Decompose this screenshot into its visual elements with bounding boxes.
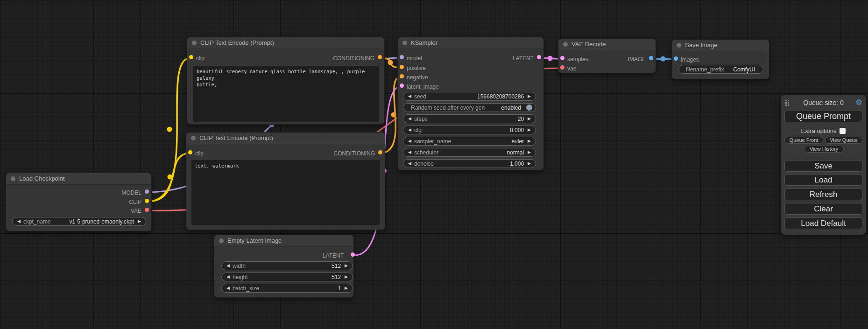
- model-input-dot[interactable]: [400, 55, 404, 59]
- decrement-arrow-icon[interactable]: ◀: [407, 114, 413, 123]
- clip-input-dot[interactable]: [188, 150, 192, 154]
- decrement-arrow-icon[interactable]: ◀: [225, 284, 231, 293]
- load-button[interactable]: Load: [784, 174, 862, 186]
- latent-output-dot[interactable]: [351, 252, 355, 257]
- collapse-dot-icon[interactable]: [191, 136, 196, 140]
- increment-arrow-icon[interactable]: ▶: [343, 284, 349, 293]
- node-title-bar[interactable]: VAE Decode: [558, 39, 656, 50]
- images-input-dot[interactable]: [674, 56, 678, 61]
- decrement-arrow-icon[interactable]: ◀: [407, 92, 413, 101]
- image-output-dot[interactable]: [649, 56, 653, 60]
- node-load-checkpoint[interactable]: Load Checkpoint MODEL CLIP VAE ◀ ckpt_na…: [6, 173, 152, 231]
- samples-input-dot[interactable]: [560, 56, 565, 60]
- widget-value: euler: [511, 138, 526, 145]
- decrement-arrow-icon[interactable]: ◀: [225, 261, 231, 270]
- decrement-arrow-icon[interactable]: ◀: [225, 273, 231, 281]
- node-title-bar[interactable]: CLIP Text Encode (Prompt): [186, 133, 385, 144]
- decrement-arrow-icon[interactable]: ◀: [407, 137, 413, 146]
- node-title-bar[interactable]: Empty Latent Image: [214, 235, 353, 247]
- extra-options-checkbox[interactable]: [840, 128, 846, 134]
- node-empty-latent-image[interactable]: Empty Latent Image LATENT ◀ width 512 ▶ …: [214, 235, 354, 298]
- decrement-arrow-icon[interactable]: ◀: [16, 217, 22, 226]
- decrement-arrow-icon[interactable]: ◀: [407, 148, 413, 157]
- clip-input-dot[interactable]: [189, 55, 193, 59]
- widget-label: seed: [413, 93, 426, 100]
- prompt-textarea[interactable]: text, watermark: [191, 160, 380, 225]
- conditioning-output-dot[interactable]: [378, 55, 382, 59]
- increment-arrow-icon[interactable]: ▶: [526, 126, 532, 134]
- steps-widget[interactable]: ◀ steps 20 ▶: [403, 114, 536, 123]
- increment-arrow-icon[interactable]: ▶: [343, 261, 349, 270]
- increment-arrow-icon[interactable]: ▶: [526, 159, 532, 168]
- widget-value: 156680208700286: [477, 93, 526, 100]
- input-slot-vae: vae: [558, 65, 656, 72]
- latent-image-input-dot[interactable]: [400, 84, 404, 88]
- queue-prompt-button[interactable]: Queue Prompt: [784, 111, 862, 122]
- node-title-bar[interactable]: KSampler: [398, 37, 543, 49]
- collapse-dot-icon[interactable]: [402, 41, 407, 45]
- vae-output-dot[interactable]: [145, 208, 149, 212]
- slot-label: MODEL: [121, 189, 141, 196]
- negative-input-dot[interactable]: [400, 74, 404, 78]
- clip-output-dot[interactable]: [145, 199, 149, 203]
- gear-icon[interactable]: ⚙: [855, 98, 862, 107]
- cfg-widget[interactable]: ◀ cfg 8.000 ▶: [403, 126, 536, 134]
- increment-arrow-icon[interactable]: ▶: [526, 114, 532, 123]
- slot-label: CLIP: [129, 199, 141, 205]
- conditioning-output-dot[interactable]: [378, 150, 382, 154]
- input-slot-model: model LATENT: [398, 55, 543, 62]
- extra-options-label: Extra options: [801, 127, 837, 134]
- filename-prefix-widget[interactable]: filename_prefix ComfyUI: [678, 65, 763, 74]
- seed-widget[interactable]: ◀ seed 156680208700286 ▶: [403, 92, 536, 101]
- decrement-arrow-icon[interactable]: ◀: [407, 159, 413, 168]
- view-queue-button[interactable]: View Queue: [825, 137, 862, 144]
- ckpt-name-widget[interactable]: ◀ ckpt_name v1-5-pruned-emaonly.ckpt ▶: [12, 217, 146, 226]
- random-seed-toggle-widget[interactable]: Random seed after every gen enabled: [403, 103, 536, 112]
- node-vae-decode[interactable]: VAE Decode samples IMAGE vae: [558, 38, 656, 73]
- increment-arrow-icon[interactable]: ▶: [526, 92, 532, 101]
- positive-input-dot[interactable]: [400, 65, 404, 69]
- node-title-bar[interactable]: Save Image: [672, 40, 769, 51]
- node-title-bar[interactable]: CLIP Text Encode (Prompt): [187, 37, 384, 49]
- widget-label: cfg: [413, 127, 422, 133]
- collapse-dot-icon[interactable]: [219, 238, 224, 243]
- sampler-name-widget[interactable]: ◀ sampler_name euler ▶: [403, 137, 536, 146]
- input-slot-clip: clip CONDITIONING: [187, 55, 384, 62]
- node-clip-text-encode-positive[interactable]: CLIP Text Encode (Prompt) clip CONDITION…: [187, 37, 385, 125]
- increment-arrow-icon[interactable]: ▶: [343, 273, 349, 281]
- increment-arrow-icon[interactable]: ▶: [526, 137, 532, 146]
- refresh-button[interactable]: Refresh: [784, 189, 862, 200]
- latent-output-dot[interactable]: [537, 55, 541, 59]
- node-save-image[interactable]: Save Image images filename_prefix ComfyU…: [671, 39, 769, 79]
- widget-value: 512: [332, 274, 343, 280]
- decrement-arrow-icon[interactable]: ◀: [407, 126, 413, 134]
- collapse-dot-icon[interactable]: [11, 176, 15, 181]
- queue-front-button[interactable]: Queue Front: [784, 137, 823, 144]
- scheduler-widget[interactable]: ◀ scheduler normal ▶: [403, 148, 536, 157]
- node-title: CLIP Text Encode (Prompt): [200, 39, 274, 46]
- node-ksampler[interactable]: KSampler model LATENT positive negative …: [397, 37, 544, 170]
- height-widget[interactable]: ◀ height 512 ▶: [221, 273, 353, 281]
- node-title-bar[interactable]: Load Checkpoint: [6, 173, 151, 185]
- toggle-circle-icon[interactable]: [526, 105, 532, 111]
- width-widget[interactable]: ◀ width 512 ▶: [221, 261, 353, 270]
- denoise-widget[interactable]: ◀ denoise 1.000 ▶: [403, 159, 536, 168]
- output-slot-clip: CLIP: [6, 199, 151, 205]
- collapse-dot-icon[interactable]: [563, 42, 568, 47]
- model-output-dot[interactable]: [145, 189, 149, 194]
- load-default-button[interactable]: Load Default: [784, 217, 862, 229]
- collapse-dot-icon[interactable]: [677, 43, 681, 48]
- view-history-button[interactable]: View History: [804, 146, 844, 153]
- vae-input-dot[interactable]: [560, 65, 565, 70]
- queue-size-label: Queue size: 0: [781, 98, 866, 107]
- increment-arrow-icon[interactable]: ▶: [136, 217, 142, 226]
- batch-size-widget[interactable]: ◀ batch_size 1 ▶: [221, 284, 353, 293]
- node-clip-text-encode-negative[interactable]: CLIP Text Encode (Prompt) clip CONDITION…: [186, 132, 385, 230]
- prompt-textarea[interactable]: beautiful scenery nature glass bottle la…: [193, 66, 379, 122]
- node-graph-canvas[interactable]: Load Checkpoint MODEL CLIP VAE ◀ ckpt_na…: [0, 0, 868, 329]
- increment-arrow-icon[interactable]: ▶: [526, 148, 532, 157]
- clear-button[interactable]: Clear: [784, 203, 862, 215]
- collapse-dot-icon[interactable]: [192, 41, 197, 45]
- widget-label: ckpt_name: [22, 218, 51, 225]
- save-button[interactable]: Save: [784, 160, 862, 172]
